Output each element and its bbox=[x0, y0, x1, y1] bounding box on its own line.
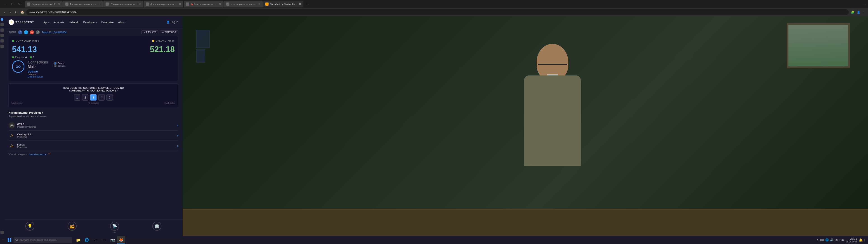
notifications-button[interactable]: 🔔 bbox=[859, 238, 863, 242]
speedtest-logo-icon: ⚡ bbox=[8, 20, 14, 25]
browser-tab-5[interactable]: 🔖 Скорость моего интерн... ✕ bbox=[184, 1, 223, 7]
browser-tab-2[interactable]: Фильмы детективы про с... ✕ bbox=[63, 1, 103, 7]
rating-star-5[interactable]: 5 bbox=[106, 94, 113, 100]
tray-keyboard-icon[interactable]: ⌨ bbox=[820, 238, 824, 242]
sidebar-icon-5[interactable] bbox=[0, 39, 4, 42]
bottom-icon-radio[interactable]: 📻 bbox=[68, 222, 76, 234]
taskbar-app-file-explorer[interactable]: 📁 bbox=[74, 236, 82, 244]
minimize-button[interactable]: ─ bbox=[2, 1, 8, 7]
share-facebook-btn[interactable]: f bbox=[18, 30, 22, 34]
tray-lang-indicator[interactable]: РУС bbox=[839, 239, 844, 241]
close-tab-6[interactable]: ✕ bbox=[258, 2, 260, 6]
login-link[interactable]: 👤 Log In bbox=[166, 21, 178, 24]
building-icon: 🏢 bbox=[152, 222, 161, 231]
tab-favicon-2 bbox=[65, 2, 68, 6]
taskbar-app-photos[interactable]: 📷 bbox=[108, 236, 117, 244]
nav-link-network[interactable]: Network bbox=[68, 21, 79, 24]
nav-link-developers[interactable]: Developers bbox=[83, 21, 97, 24]
bottom-icon-bulb[interactable]: 💡 bbox=[25, 222, 34, 234]
tray-up-arrow[interactable]: ∧ bbox=[817, 238, 819, 242]
taskbar-app-mail[interactable]: ✉ bbox=[100, 236, 108, 244]
rating-star-1[interactable]: 1 bbox=[74, 94, 80, 100]
tab-label-3: 🎵 мутко телекинематика... bbox=[110, 3, 137, 5]
sidebar-icon-6[interactable] bbox=[0, 45, 4, 48]
address-bar-row: ‹ › ↻ 🏠 🧩 👤 ⋮ bbox=[0, 8, 868, 16]
results-button[interactable]: ✓ RESULTS bbox=[142, 30, 158, 34]
browser-tab-7[interactable]: Speedtest by Ookla - The... ✕ bbox=[263, 1, 303, 7]
start-button[interactable] bbox=[6, 237, 13, 243]
forward-button[interactable]: › bbox=[8, 9, 13, 15]
problem-icon-fedex: ⚠ bbox=[8, 143, 15, 149]
browser-tab-6[interactable]: тест скорости интернет... ✕ bbox=[224, 1, 263, 7]
taskbar-clock[interactable]: 23:11 01.08.2022 bbox=[846, 237, 857, 243]
problem-arrow-centurylink: › bbox=[177, 133, 178, 138]
browser-tab-4[interactable]: Детектив за русское сам... ✕ bbox=[144, 1, 183, 7]
tray-volume-icon[interactable]: 🔊 bbox=[830, 238, 833, 242]
nav-link-enterprise[interactable]: Enterprise bbox=[101, 21, 114, 24]
rating-star-2[interactable]: 2 bbox=[82, 94, 88, 100]
taskbar-search-box[interactable] bbox=[13, 237, 72, 243]
video-window-frame bbox=[788, 25, 848, 66]
problem-item-centurylink[interactable]: ⚠ CenturyLink Problems › bbox=[8, 130, 178, 141]
sidebar-icon-2[interactable] bbox=[0, 23, 4, 26]
tab-favicon-3 bbox=[105, 2, 109, 6]
show-desktop-button[interactable]: | bbox=[864, 239, 866, 241]
browser-tab-3[interactable]: 🎵 мутко телекинематика... ✕ bbox=[103, 1, 143, 7]
signal-5g-icon: 📡 bbox=[110, 222, 119, 231]
close-tab-5[interactable]: ✕ bbox=[219, 2, 221, 6]
sidebar-icon-7[interactable] bbox=[0, 231, 4, 234]
problems-subtitle: Popular services with reported issues. bbox=[8, 115, 178, 118]
sidebar-icon-1[interactable] bbox=[1, 18, 3, 21]
video-bg-rect-2 bbox=[196, 49, 205, 63]
bottom-icon-5g[interactable]: 📡 5G bbox=[110, 222, 119, 234]
problem-item-gta5[interactable]: 🎮 GTA 5 Possible Problems › bbox=[8, 120, 178, 130]
extensions-icon[interactable]: 🧩 bbox=[850, 10, 855, 14]
tray-network-icon[interactable]: 🌐 bbox=[825, 238, 829, 242]
problem-name-centurylink: CenturyLink bbox=[17, 133, 32, 136]
back-button[interactable]: ‹ bbox=[2, 9, 7, 15]
new-tab-button[interactable]: + bbox=[304, 1, 310, 7]
taskbar-app-edge[interactable]: 🌐 bbox=[83, 236, 91, 244]
reload-button[interactable]: ↻ bbox=[13, 9, 19, 15]
nav-link-analysis[interactable]: Analysis bbox=[54, 21, 64, 24]
upload-value: 521.18 bbox=[150, 45, 175, 54]
nav-link-apps[interactable]: Apps bbox=[43, 21, 49, 24]
ping-value: 4 bbox=[25, 56, 27, 59]
rating-star-4[interactable]: 4 bbox=[98, 94, 105, 100]
browser-tab-1[interactable]: Водящие — Яндекс: Т... ✕ bbox=[25, 1, 63, 7]
bottom-icon-building[interactable]: 🏢 bbox=[152, 222, 161, 234]
user-profile-icon[interactable]: 👤 bbox=[856, 10, 861, 14]
settings-icon[interactable]: ⋮ bbox=[862, 10, 866, 14]
server-name: DOM.RU bbox=[28, 70, 48, 73]
browser-menu-icon[interactable]: ⋯ bbox=[862, 2, 866, 6]
go-button[interactable]: GO bbox=[12, 60, 24, 73]
downdetector-link[interactable]: downdetector.com bbox=[29, 153, 47, 156]
taskbar-app-browser[interactable]: 🦊 bbox=[117, 236, 125, 244]
taskbar-tray: ∧ ⌨ 🌐 🔊 68 РУС bbox=[817, 238, 844, 242]
share-link-btn[interactable]: 🔗 bbox=[36, 30, 40, 34]
nav-link-about[interactable]: About bbox=[118, 21, 125, 24]
share-google-btn[interactable]: G bbox=[30, 30, 34, 34]
settings-button[interactable]: ⚙ SETTINGS bbox=[160, 30, 178, 34]
close-tab-4[interactable]: ✕ bbox=[179, 2, 181, 6]
home-button[interactable]: 🏠 bbox=[20, 9, 25, 15]
rating-star-3[interactable]: 3 bbox=[90, 94, 96, 100]
problem-item-fedex[interactable]: ⚠ FedEx Problems › bbox=[8, 141, 178, 151]
close-tab-1[interactable]: ✕ bbox=[58, 2, 60, 6]
taskbar-search-input[interactable] bbox=[20, 239, 65, 241]
close-button[interactable]: ✕ bbox=[16, 1, 23, 7]
three-dots-button[interactable]: ··· bbox=[2, 238, 5, 242]
share-twitter-btn[interactable]: t bbox=[24, 30, 28, 34]
close-tab-3[interactable]: ✕ bbox=[138, 2, 141, 6]
close-tab-7[interactable]: ✕ bbox=[299, 2, 301, 6]
close-tab-2[interactable]: ✕ bbox=[98, 2, 101, 6]
taskbar-app-store[interactable]: 🛍 bbox=[91, 236, 99, 244]
tab-favicon-1 bbox=[27, 2, 30, 6]
change-server-link[interactable]: Change Server bbox=[28, 75, 48, 78]
speedtest-nav-links: Apps Analysis Network Developers Enterpr… bbox=[43, 20, 125, 24]
maximize-button[interactable]: □ bbox=[9, 1, 16, 7]
sidebar-icon-4[interactable] bbox=[0, 34, 4, 37]
address-bar-input[interactable] bbox=[26, 9, 849, 15]
sidebar-icon-3[interactable] bbox=[0, 28, 4, 32]
svg-rect-2 bbox=[8, 240, 9, 242]
